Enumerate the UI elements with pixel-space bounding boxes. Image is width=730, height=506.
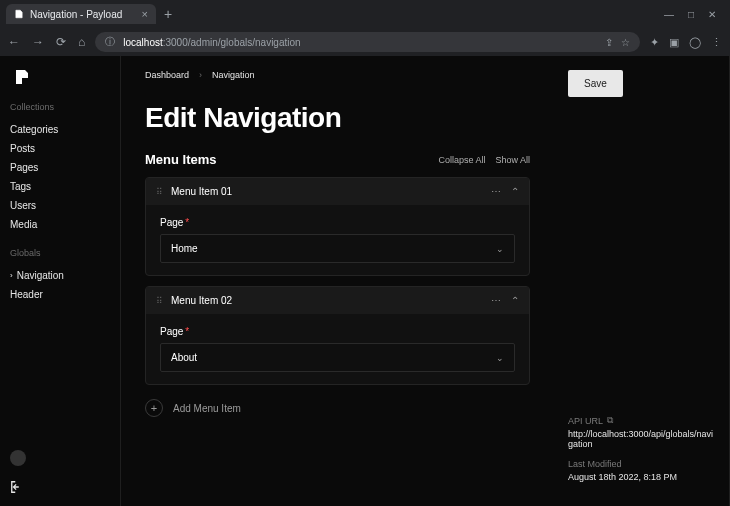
minimize-icon[interactable]: — xyxy=(664,9,674,20)
logout-icon[interactable] xyxy=(10,480,24,494)
add-menu-item-button[interactable]: + Add Menu Item xyxy=(145,395,530,421)
menu-item-row: ⠿ Menu Item 02 ⋯ ⌃ Page* About ⌄ xyxy=(145,286,530,385)
maximize-icon[interactable]: □ xyxy=(688,9,694,20)
close-tab-icon[interactable]: × xyxy=(142,8,148,20)
select-value: Home xyxy=(171,243,198,254)
profile-icon[interactable]: ◯ xyxy=(689,36,701,49)
copy-icon[interactable]: ⧉ xyxy=(607,415,613,426)
api-url-label: API URL xyxy=(568,416,603,426)
nav-group-collections: Collections xyxy=(10,102,110,112)
address-bar[interactable]: ⓘ localhost:3000/admin/globals/navigatio… xyxy=(95,32,640,52)
field-label: Page* xyxy=(160,326,515,337)
page-select[interactable]: About ⌄ xyxy=(160,343,515,372)
site-info-icon[interactable]: ⓘ xyxy=(105,35,115,49)
page-select[interactable]: Home ⌄ xyxy=(160,234,515,263)
sidebar-item-header[interactable]: Header xyxy=(10,285,110,304)
collapse-icon[interactable]: ⌃ xyxy=(511,295,519,306)
star-icon[interactable]: ☆ xyxy=(621,37,630,48)
chevron-right-icon: › xyxy=(199,70,202,80)
avatar[interactable] xyxy=(10,450,26,466)
menu-item-row: ⠿ Menu Item 01 ⋯ ⌃ Page* Home ⌄ xyxy=(145,177,530,276)
reload-icon[interactable]: ⟳ xyxy=(56,35,66,49)
tab-title: Navigation - Payload xyxy=(30,9,122,20)
close-window-icon[interactable]: ✕ xyxy=(708,9,716,20)
sidebar: Collections Categories Posts Pages Tags … xyxy=(0,56,120,506)
right-sidebar: Save API URL ⧉ http://localhost:3000/api… xyxy=(554,56,729,506)
home-icon[interactable]: ⌂ xyxy=(78,35,85,49)
breadcrumb-navigation[interactable]: Navigation xyxy=(212,70,255,80)
sidebar-item-users[interactable]: Users xyxy=(10,196,110,215)
menu-item-title: Menu Item 01 xyxy=(171,186,232,197)
drag-handle-icon[interactable]: ⠿ xyxy=(156,296,163,306)
sidebar-item-tags[interactable]: Tags xyxy=(10,177,110,196)
nav-group-globals: Globals xyxy=(10,248,110,258)
sidebar-item-posts[interactable]: Posts xyxy=(10,139,110,158)
sidebar-item-pages[interactable]: Pages xyxy=(10,158,110,177)
sidebar-item-media[interactable]: Media xyxy=(10,215,110,234)
add-label: Add Menu Item xyxy=(173,403,241,414)
collapse-all-button[interactable]: Collapse All xyxy=(438,155,485,165)
forward-icon[interactable]: → xyxy=(32,35,44,49)
main-content: Dashboard › Navigation Edit Navigation M… xyxy=(121,56,554,506)
page-title: Edit Navigation xyxy=(145,102,530,134)
breadcrumb: Dashboard › Navigation xyxy=(145,70,530,80)
plus-icon: + xyxy=(145,399,163,417)
browser-tab[interactable]: Navigation - Payload × xyxy=(6,4,156,24)
field-label: Page* xyxy=(160,217,515,228)
logo-icon xyxy=(14,68,30,84)
extensions-icon[interactable]: ✦ xyxy=(650,36,659,49)
section-title: Menu Items xyxy=(145,152,217,167)
back-icon[interactable]: ← xyxy=(8,35,20,49)
share-icon[interactable]: ⇪ xyxy=(605,37,613,48)
breadcrumb-dashboard[interactable]: Dashboard xyxy=(145,70,189,80)
sidebar-item-categories[interactable]: Categories xyxy=(10,120,110,139)
save-button[interactable]: Save xyxy=(568,70,623,97)
bookmark-icon[interactable]: ▣ xyxy=(669,36,679,49)
show-all-button[interactable]: Show All xyxy=(495,155,530,165)
addr-path: :3000/admin/globals/navigation xyxy=(163,37,301,48)
chevron-right-icon: › xyxy=(10,271,13,280)
select-value: About xyxy=(171,352,197,363)
addr-host: localhost xyxy=(123,37,162,48)
menu-item-title: Menu Item 02 xyxy=(171,295,232,306)
chevron-down-icon: ⌄ xyxy=(496,244,504,254)
last-modified-label: Last Modified xyxy=(568,459,715,469)
new-tab-button[interactable]: + xyxy=(156,6,180,22)
last-modified-value: August 18th 2022, 8:18 PM xyxy=(568,472,715,482)
collapse-icon[interactable]: ⌃ xyxy=(511,186,519,197)
sidebar-item-navigation[interactable]: › Navigation xyxy=(10,266,110,285)
menu-icon[interactable]: ⋮ xyxy=(711,36,722,49)
api-url-value: http://localhost:3000/api/globals/naviga… xyxy=(568,429,715,449)
drag-handle-icon[interactable]: ⠿ xyxy=(156,187,163,197)
tab-favicon-icon xyxy=(14,9,24,19)
more-icon[interactable]: ⋯ xyxy=(491,295,501,306)
more-icon[interactable]: ⋯ xyxy=(491,186,501,197)
chevron-down-icon: ⌄ xyxy=(496,353,504,363)
